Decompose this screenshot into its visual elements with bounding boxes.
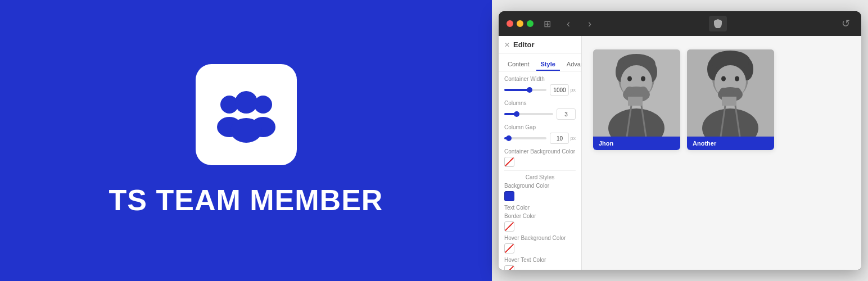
svg-point-15 bbox=[625, 87, 634, 96]
editor-title: Editor bbox=[513, 40, 535, 49]
container-width-slider[interactable] bbox=[504, 89, 546, 91]
hover-bg-color-label: Hover Background Color bbox=[504, 235, 576, 241]
container-width-unit: px bbox=[570, 87, 576, 93]
browser-content: ✕ Editor Content Style Advance Container… bbox=[499, 36, 861, 270]
refresh-button[interactable]: ↺ bbox=[838, 16, 853, 31]
container-width-row: 1000 px bbox=[504, 84, 576, 96]
container-width-value[interactable]: 1000 bbox=[550, 84, 569, 96]
column-gap-row: 10 px bbox=[504, 133, 576, 144]
columns-value-box: 3 bbox=[557, 108, 576, 120]
column-gap-value-box: 10 px bbox=[550, 133, 576, 144]
window-icon-button[interactable]: ⊞ bbox=[539, 16, 555, 31]
hover-bg-color-swatch[interactable] bbox=[504, 243, 514, 253]
hover-text-color-label: Hover Text Color bbox=[504, 257, 576, 263]
column-gap-value[interactable]: 10 bbox=[550, 133, 569, 144]
back-button[interactable]: ‹ bbox=[560, 16, 576, 31]
editor-tabs: Content Style Advance bbox=[499, 54, 581, 71]
columns-slider[interactable] bbox=[504, 113, 553, 115]
card-styles-label: Card Styles bbox=[504, 170, 576, 183]
container-width-value-box: 1000 px bbox=[550, 84, 576, 96]
svg-point-29 bbox=[721, 76, 726, 81]
traffic-lights bbox=[507, 20, 534, 27]
editor-close-button[interactable]: ✕ bbox=[504, 41, 510, 49]
hover-text-color-swatch[interactable] bbox=[504, 265, 514, 270]
address-bar-area bbox=[603, 16, 832, 31]
svg-point-33 bbox=[733, 88, 741, 96]
svg-point-5 bbox=[230, 118, 262, 143]
right-panel: ⊞ ‹ › ↺ ✕ Editor Content bbox=[492, 0, 868, 281]
svg-point-30 bbox=[735, 76, 739, 81]
team-card-photo-another bbox=[687, 49, 774, 137]
traffic-light-yellow[interactable] bbox=[517, 20, 523, 27]
hover-bg-color-row bbox=[504, 243, 576, 253]
shield-icon bbox=[709, 16, 727, 31]
team-card-name-another: Another bbox=[687, 137, 774, 150]
browser-mockup: ⊞ ‹ › ↺ ✕ Editor Content bbox=[499, 11, 861, 270]
svg-point-16 bbox=[639, 87, 648, 96]
column-gap-unit: px bbox=[570, 135, 576, 141]
columns-row: 3 bbox=[504, 108, 576, 120]
left-panel: TS TEAM MEMBER bbox=[0, 0, 492, 281]
tab-style[interactable]: Style bbox=[536, 58, 560, 71]
forward-button[interactable]: › bbox=[582, 16, 598, 31]
team-card-jhon: Jhon bbox=[593, 49, 680, 150]
plugin-title: TS TEAM MEMBER bbox=[109, 183, 383, 217]
team-card-name-jhon: Jhon bbox=[593, 137, 680, 150]
traffic-light-green[interactable] bbox=[527, 20, 534, 27]
hover-text-color-row bbox=[504, 265, 576, 270]
svg-point-32 bbox=[720, 88, 727, 96]
container-width-label: Container Width bbox=[504, 76, 576, 82]
preview-area: Jhon bbox=[582, 36, 861, 270]
bg-color-label: Background Color bbox=[504, 183, 576, 189]
team-card-another: Another bbox=[687, 49, 774, 150]
svg-point-4 bbox=[235, 91, 257, 114]
columns-value[interactable]: 3 bbox=[557, 108, 576, 120]
editor-style-section: Container Width 1000 px Columns bbox=[499, 71, 581, 270]
container-bg-color-row bbox=[504, 157, 576, 167]
svg-point-12 bbox=[627, 76, 632, 81]
traffic-light-red[interactable] bbox=[507, 20, 513, 27]
browser-toolbar: ⊞ ‹ › ↺ bbox=[499, 11, 861, 36]
svg-point-13 bbox=[641, 76, 645, 81]
plugin-icon-wrapper bbox=[196, 64, 297, 165]
tab-advance[interactable]: Advance bbox=[562, 58, 582, 71]
team-members-icon bbox=[213, 87, 280, 143]
editor-header: ✕ Editor bbox=[499, 36, 581, 54]
columns-label: Columns bbox=[504, 100, 576, 106]
svg-rect-17 bbox=[628, 97, 643, 106]
tab-content[interactable]: Content bbox=[503, 58, 534, 71]
column-gap-slider[interactable] bbox=[504, 137, 546, 139]
bg-color-swatch[interactable] bbox=[504, 191, 514, 201]
editor-panel: ✕ Editor Content Style Advance Container… bbox=[499, 36, 582, 270]
border-color-label: Border Color bbox=[504, 213, 576, 219]
team-card-photo-jhon bbox=[593, 49, 680, 137]
column-gap-label: Column Gap bbox=[504, 124, 576, 130]
container-bg-color-label: Container Background Color bbox=[504, 148, 576, 155]
svg-rect-34 bbox=[722, 97, 736, 106]
border-color-row bbox=[504, 221, 576, 232]
container-bg-color-swatch[interactable] bbox=[504, 157, 514, 167]
bg-color-row bbox=[504, 191, 576, 201]
border-color-swatch[interactable] bbox=[504, 221, 514, 232]
text-color-label: Text Color bbox=[504, 205, 576, 211]
